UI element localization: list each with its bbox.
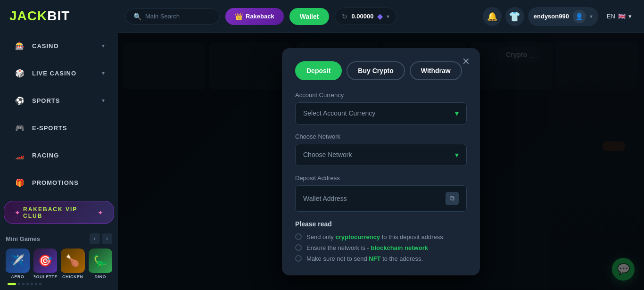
sports-icon: ⚽ [13,94,26,107]
lang-label: EN [607,13,615,20]
nav-item-promotions[interactable]: 🎁 PROMOTIONS [4,170,114,195]
search-input[interactable]: Main Search [145,13,180,20]
wallet-address-input: Wallet Address ⧉ [295,185,467,212]
mini-game-chicken[interactable]: 🍗 cHicKen [61,249,85,279]
tab-buy-crypto[interactable]: Buy Crypto [347,61,405,80]
nav-item-sports[interactable]: ⚽ SPORTS ▾ [4,88,114,113]
wallet-address-placeholder: Wallet Address [303,195,347,202]
dino-game-icon: 🦕 [89,249,113,273]
racing-icon: 🏎️ [13,149,26,162]
account-currency-placeholder: Select Account Currency [303,109,375,117]
nav-item-esports[interactable]: 🎮 E-SPORTS [4,115,114,141]
search-icon: 🔍 [133,13,141,20]
mini-game-aero[interactable]: ✈️ AERO [6,249,30,279]
network-chevron-icon: ▾ [455,150,459,159]
header-icons: 🔔 👕 endyson990 👤 ▾ EN 🇬🇧 ▾ [483,7,636,26]
modal-tabs: Deposit Buy Crypto Withdraw [295,61,467,80]
profile-chevron-icon: ▾ [590,13,593,20]
nft-highlight: NFT [369,255,380,262]
eth-icon: ◆ [377,12,383,21]
promotions-label: PROMOTIONS [32,179,79,186]
copy-button[interactable]: ⧉ [446,192,459,205]
mini-games-nav: ‹ › [90,233,112,244]
lang-chevron-icon: ▾ [628,13,632,20]
roulette-label: ROULETTE [33,274,58,279]
lang-selector[interactable]: EN 🇬🇧 ▾ [602,10,636,23]
racing-label: RACING [32,152,59,159]
account-currency-label: Account Currency [295,91,467,99]
please-read-title: Please read [295,220,467,228]
chicken-game-icon: 🍗 [61,249,85,273]
read-item-3: Make sure not to send NFT to the address… [295,255,467,262]
network-placeholder: Choose Network [303,151,352,158]
nav-item-casino[interactable]: 🎰 CASINO ▾ [4,33,114,58]
bell-icon: 🔔 [487,11,497,22]
shirt-button[interactable]: 👕 [505,7,524,26]
deposit-address-label: Deposit Address [295,174,467,182]
casino-chevron-icon: ▾ [102,42,105,49]
chicken-label: cHicKen [62,274,83,279]
esports-label: E-SPORTS [32,124,67,132]
rakeback-banner-label: RAKEBACK VIP CLUB [23,206,95,219]
network-group: Choose Network Choose Network ▾ [295,133,467,166]
sports-label: SPORTS [32,97,60,104]
nav-item-racing[interactable]: 🏎️ RACING [4,142,114,168]
read-text-1: Send only cryptocurrency to this deposit… [306,233,445,240]
dino-label: DINO [95,274,107,279]
network-select[interactable]: Choose Network ▾ [295,144,467,166]
search-bar[interactable]: 🔍 Main Search [125,8,220,25]
blockchain-highlight: blockchain network [371,244,428,251]
live-casino-icon: 🎲 [13,66,26,80]
user-profile[interactable]: endyson990 👤 ▾ [528,7,598,26]
tab-withdraw[interactable]: Withdraw [410,61,462,80]
deposit-address-group: Deposit Address Wallet Address ⧉ [295,174,467,212]
rakeback-vip-banner[interactable]: ✦ RAKEBACK VIP CLUB ✦ [4,201,114,224]
mini-games-next-button[interactable]: › [102,233,112,244]
dot-4 [26,283,29,285]
dot-6 [35,283,37,285]
shirt-icon: 👕 [509,11,520,22]
header: 🔍 Main Search 👑 Rakeback Wallet ↻ 0.0000… [118,0,644,33]
page-background: Crypto _ ✕ Deposit Buy Crypto Withdraw A… [118,33,644,290]
notification-button[interactable]: 🔔 [483,7,502,26]
modal-overlay[interactable]: ✕ Deposit Buy Crypto Withdraw Account Cu… [118,33,644,290]
casino-label: CASINO [32,42,59,50]
dot-2 [18,283,20,285]
read-bullet-1 [295,233,302,240]
live-casino-chevron-icon: ▾ [102,70,105,76]
read-items: Send only cryptocurrency to this deposit… [295,233,467,262]
main-content: 🔍 Main Search 👑 Rakeback Wallet ↻ 0.0000… [118,0,644,290]
mini-games-header: Mini Games ‹ › [6,233,112,244]
dot-active [8,283,16,285]
flag-icon: 🇬🇧 [618,13,626,20]
banner-star-right-icon: ✦ [98,209,103,216]
banner-star-left-icon: ✦ [15,209,20,216]
crown-icon: 👑 [235,13,243,20]
balance-amount: 0.00000 [351,13,373,20]
promotions-icon: 🎁 [13,176,26,189]
rakeback-button[interactable]: 👑 Rakeback [225,8,284,25]
modal-close-button[interactable]: ✕ [459,55,472,68]
wallet-button[interactable]: Wallet [289,8,330,25]
esports-icon: 🎮 [13,121,26,134]
mini-game-dino[interactable]: 🦕 DINO [89,249,113,279]
mini-game-roulette[interactable]: 🎯 ROULETTE [33,249,58,279]
account-currency-group: Account Currency Select Account Currency… [295,91,467,124]
mini-games-prev-button[interactable]: ‹ [90,233,100,244]
refresh-icon[interactable]: ↻ [342,13,347,20]
nav-item-live-casino[interactable]: 🎲 LIVE CASINO ▾ [4,60,114,86]
aero-game-icon: ✈️ [6,249,30,273]
roulette-game-icon: 🎯 [33,249,58,273]
read-bullet-2 [295,244,302,251]
username-label: endyson990 [534,13,569,20]
network-label: Choose Network [295,133,467,140]
tab-deposit[interactable]: Deposit [295,61,342,80]
balance-chevron-icon[interactable]: ▾ [387,13,389,20]
deposit-modal: ✕ Deposit Buy Crypto Withdraw Account Cu… [282,48,480,275]
wallet-btn-label: Wallet [300,13,319,20]
read-text-3: Make sure not to send NFT to the address… [306,255,423,262]
account-currency-select[interactable]: Select Account Currency ▾ [295,102,467,124]
read-item-1: Send only cryptocurrency to this deposit… [295,233,467,240]
balance-display: ↻ 0.00000 ◆ ▾ [335,8,396,25]
mini-games-title: Mini Games [6,235,40,242]
